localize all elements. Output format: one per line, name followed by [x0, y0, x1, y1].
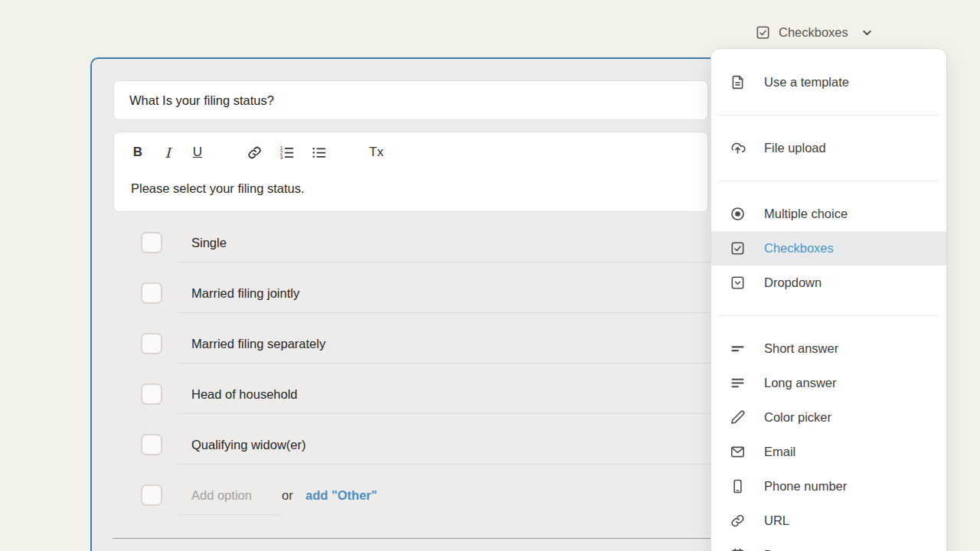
menu-item-email[interactable]: Email — [711, 435, 946, 469]
template-icon — [730, 74, 746, 90]
svg-text:3: 3 — [280, 154, 283, 159]
menu-item-label: Color picker — [764, 410, 831, 425]
menu-item-checkboxes[interactable]: Checkboxes — [711, 231, 946, 266]
add-option-input[interactable]: Add option — [191, 488, 252, 503]
option-text-input[interactable]: Married filing separately — [191, 337, 325, 351]
checkbox-checked-icon — [755, 24, 771, 41]
option-row: Married filing jointly — [92, 268, 720, 318]
date-icon — [730, 547, 746, 551]
url-icon — [730, 513, 746, 529]
option-checkbox[interactable] — [141, 383, 162, 405]
option-underline — [178, 464, 720, 465]
menu-item-label: Multiple choice — [764, 207, 848, 221]
chevron-down-icon — [861, 26, 874, 39]
menu-divider — [719, 115, 939, 116]
option-text-input[interactable]: Head of household — [191, 387, 298, 402]
link-button[interactable] — [247, 143, 263, 161]
menu-item-url[interactable]: URL — [711, 504, 946, 538]
menu-item-label: Email — [764, 445, 795, 459]
menu-item-label: Dropdown — [764, 276, 822, 290]
menu-item-use-a-template[interactable]: Use a template — [711, 65, 946, 99]
long-answer-icon — [730, 375, 746, 391]
bullet-list-button[interactable] — [311, 143, 327, 161]
menu-item-label: Date — [764, 548, 791, 551]
file-upload-icon — [730, 140, 746, 156]
add-other-link[interactable]: add "Other" — [305, 488, 377, 503]
option-row: Qualifying widow(er) — [92, 419, 720, 470]
question-title-text: What Is your filing status? — [114, 81, 707, 119]
menu-item-label: Short answer — [764, 341, 838, 356]
option-underline — [178, 413, 720, 414]
option-underline — [178, 363, 720, 364]
clear-formatting-button[interactable]: Tx — [369, 143, 384, 161]
menu-divider — [719, 315, 939, 316]
or-label: or — [282, 488, 293, 503]
underline-button[interactable]: U — [191, 143, 204, 161]
menu-item-label: Use a template — [764, 75, 849, 90]
menu-item-label: Phone number — [764, 479, 847, 494]
menu-item-phone-number[interactable]: Phone number — [711, 469, 946, 504]
field-type-label: Checkboxes — [779, 25, 848, 40]
menu-item-label: Long answer — [764, 376, 836, 390]
bold-button[interactable]: B — [131, 143, 145, 161]
field-type-menu: Use a templateFile uploadMultiple choice… — [710, 48, 947, 551]
option-text-input[interactable]: Married filing jointly — [191, 286, 299, 301]
option-row: Head of household — [92, 369, 720, 419]
option-row: Single — [92, 217, 720, 268]
question-description-editor[interactable]: BIU123Tx Please select your filing statu… — [113, 132, 708, 212]
menu-item-label: File upload — [764, 141, 826, 155]
richtext-toolbar: BIU123Tx — [131, 142, 384, 162]
option-checkbox[interactable] — [141, 232, 162, 253]
option-checkbox[interactable] — [141, 282, 162, 304]
option-row: Add optionoradd "Other" — [92, 470, 720, 520]
question-title-input[interactable]: What Is your filing status? — [113, 80, 708, 120]
menu-item-long-answer[interactable]: Long answer — [711, 366, 946, 400]
menu-item-short-answer[interactable]: Short answer — [711, 331, 946, 366]
field-type-dropdown-trigger[interactable]: Checkboxes — [755, 21, 874, 44]
menu-item-multiple-choice[interactable]: Multiple choice — [711, 197, 946, 231]
option-checkbox[interactable] — [141, 484, 162, 506]
add-option-underline — [178, 514, 280, 515]
email-icon — [730, 444, 746, 460]
menu-item-color-picker[interactable]: Color picker — [711, 400, 946, 435]
short-answer-icon — [730, 341, 746, 357]
menu-item-dropdown[interactable]: Dropdown — [711, 266, 946, 300]
ordered-list-button[interactable]: 123 — [279, 143, 295, 161]
option-checkbox[interactable] — [141, 333, 162, 354]
menu-item-label: URL — [764, 514, 789, 528]
radio-icon — [730, 206, 746, 222]
dropdown-icon — [730, 275, 746, 291]
italic-button[interactable]: I — [161, 143, 175, 161]
color-picker-icon — [730, 409, 746, 425]
menu-item-label: Checkboxes — [764, 241, 834, 256]
option-row: Married filing separately — [92, 318, 720, 369]
option-text-input[interactable]: Single — [191, 236, 227, 250]
option-text-input[interactable]: Qualifying widow(er) — [191, 438, 305, 452]
menu-item-file-upload[interactable]: File upload — [711, 131, 946, 165]
option-underline — [178, 312, 720, 313]
menu-item-date[interactable]: Date — [711, 538, 946, 551]
menu-divider — [719, 181, 939, 181]
option-underline — [178, 262, 720, 262]
option-checkbox[interactable] — [141, 434, 162, 455]
card-section-divider — [113, 538, 727, 539]
phone-icon — [730, 478, 746, 494]
checkbox-icon — [730, 240, 746, 256]
question-description-text: Please select your filing status. — [131, 181, 305, 196]
